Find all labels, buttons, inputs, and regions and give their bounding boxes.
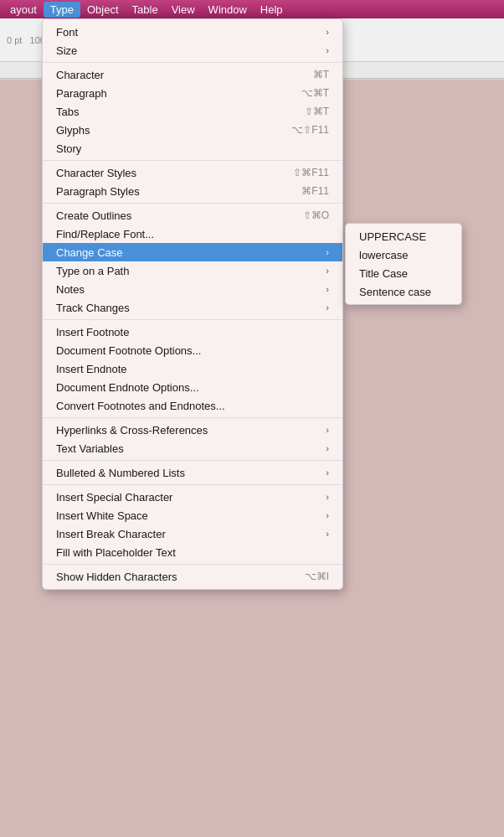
menu-item-tabs[interactable]: Tabs ⇧⌘T [43,102,342,121]
insert-special-char-arrow-icon: › [326,492,329,502]
bulleted-lists-arrow-icon: › [326,468,329,478]
size-arrow-icon: › [326,45,329,55]
separator-2 [43,160,342,161]
separator-5 [43,417,342,418]
menu-item-change-case[interactable]: Change Case › [43,243,342,261]
menu-item-convert-footnotes[interactable]: Convert Footnotes and Endnotes... [43,396,342,415]
menu-item-size[interactable]: Size › [43,41,342,59]
menu-item-document-endnote-options[interactable]: Document Endnote Options... [43,378,342,396]
menu-item-character[interactable]: Character ⌘T [43,65,342,84]
submenu-item-sentence-case[interactable]: Sentence case [346,282,461,301]
separator-1 [43,62,342,63]
menu-item-insert-endnote[interactable]: Insert Endnote [43,359,342,378]
menu-item-insert-special-char[interactable]: Insert Special Character › [43,488,342,506]
menu-item-notes[interactable]: Notes › [43,280,342,298]
menubar-item-object[interactable]: Object [80,2,126,18]
menubar: ayout Type Object Table View Window Help [0,0,504,18]
change-case-submenu: UPPERCASE lowercase Title Case Sentence … [345,223,462,305]
menubar-item-help[interactable]: Help [254,2,290,18]
menu-item-glyphs[interactable]: Glyphs ⌥⇧F11 [43,121,342,139]
type-on-path-arrow-icon: › [326,266,329,276]
menu-item-insert-white-space[interactable]: Insert White Space › [43,506,342,524]
menu-item-character-styles[interactable]: Character Styles ⇧⌘F11 [43,163,342,182]
menu-item-show-hidden-chars[interactable]: Show Hidden Characters ⌥⌘I [43,567,342,586]
type-dropdown-menu: Font › Size › Character ⌘T Paragraph ⌥⌘T… [42,18,343,590]
separator-6 [43,460,342,461]
menu-item-track-changes[interactable]: Track Changes › [43,298,342,317]
menu-item-bulleted-lists[interactable]: Bulleted & Numbered Lists › [43,463,342,482]
menubar-item-window[interactable]: Window [202,2,254,18]
menu-item-paragraph[interactable]: Paragraph ⌥⌘T [43,84,342,102]
font-arrow-icon: › [326,27,329,37]
submenu-item-uppercase[interactable]: UPPERCASE [346,227,461,245]
menubar-item-table[interactable]: Table [126,2,165,18]
menu-item-find-replace-font[interactable]: Find/Replace Font... [43,225,342,243]
notes-arrow-icon: › [326,284,329,294]
menu-container: Font › Size › Character ⌘T Paragraph ⌥⌘T… [42,18,343,590]
text-variables-arrow-icon: › [326,443,329,453]
separator-4 [43,319,342,320]
menubar-item-type[interactable]: Type [44,2,80,18]
menu-item-story[interactable]: Story [43,139,342,158]
menu-item-document-footnote-options[interactable]: Document Footnote Options... [43,341,342,359]
menubar-item-view[interactable]: View [165,2,202,18]
change-case-arrow-icon: › [326,247,329,257]
separator-8 [43,564,342,565]
submenu-item-lowercase[interactable]: lowercase [346,245,461,264]
menu-item-insert-break-char[interactable]: Insert Break Character › [43,524,342,543]
menu-item-paragraph-styles[interactable]: Paragraph Styles ⌘F11 [43,182,342,200]
menu-item-create-outlines[interactable]: Create Outlines ⇧⌘O [43,206,342,225]
hyperlinks-arrow-icon: › [326,425,329,435]
menu-item-hyperlinks[interactable]: Hyperlinks & Cross-References › [43,421,342,439]
submenu-item-title-case[interactable]: Title Case [346,264,461,282]
menu-item-font[interactable]: Font › [43,23,342,41]
menu-item-fill-placeholder[interactable]: Fill with Placeholder Text [43,543,342,561]
menu-item-type-on-path[interactable]: Type on a Path › [43,261,342,280]
insert-white-space-arrow-icon: › [326,510,329,520]
menubar-item-layout[interactable]: ayout [3,2,44,18]
track-changes-arrow-icon: › [326,302,329,313]
separator-3 [43,203,342,204]
menu-item-insert-footnote[interactable]: Insert Footnote [43,323,342,341]
separator-7 [43,484,342,485]
menu-item-text-variables[interactable]: Text Variables › [43,439,342,457]
insert-break-char-arrow-icon: › [326,529,329,539]
